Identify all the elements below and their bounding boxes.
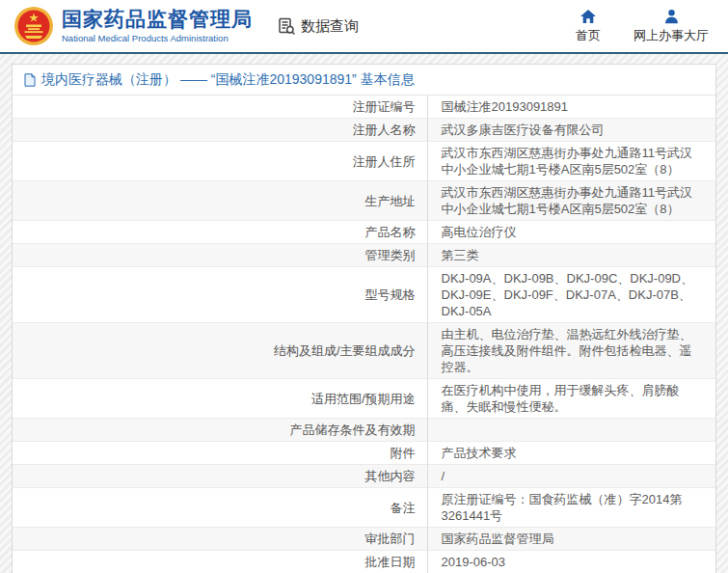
row-value-text: 原注册证编号：国食药监械（准）字2014第3261441号 <box>442 492 683 523</box>
row-label-text: 注册证编号 <box>353 99 416 114</box>
row-label-text: 型号规格 <box>365 287 416 302</box>
table-row: 注册人名称武汉多康吉医疗设备有限公司 <box>13 119 715 142</box>
row-label-text: 注册人名称 <box>353 123 416 137</box>
info-table: 注册证编号国械注准20193091891注册人名称武汉多康吉医疗设备有限公司注册… <box>13 96 715 573</box>
row-label: 产品名称 <box>13 221 427 244</box>
table-row: 产品名称高电位治疗仪 <box>13 221 715 244</box>
row-label-text: 管理类别 <box>365 248 416 262</box>
row-label-text: 产品储存条件及有效期 <box>290 423 416 437</box>
table-row: 结构及组成/主要组成成分由主机、电位治疗垫、温热远红外线治疗垫、高压连接线及附件… <box>13 323 715 379</box>
row-value-text: 武汉市东西湖区慈惠街办事处九通路11号武汉中小企业城七期1号楼A区南5层502室… <box>442 185 693 216</box>
row-label-text: 批准日期 <box>365 555 416 569</box>
row-value: 第三类 <box>427 244 715 267</box>
row-label-text: 注册人住所 <box>353 154 416 169</box>
row-label-text: 附件 <box>391 446 416 460</box>
brand-subtitle: National Medical Products Administration <box>62 34 253 44</box>
row-value-text: 武汉市东西湖区慈惠街办事处九通路11号武汉中小企业城七期1号楼A区南5层502室… <box>442 146 693 177</box>
row-value: 武汉多康吉医疗设备有限公司 <box>427 119 715 142</box>
row-label: 结构及组成/主要组成成分 <box>13 323 427 379</box>
table-row: 审批部门国家药品监督管理局 <box>13 528 715 551</box>
brand: 国家药品监督管理局 National Medical Products Admi… <box>13 6 253 46</box>
detail-card: 境内医疗器械（注册） —— “国械注准20193091891” 基本信息 注册证… <box>12 64 716 573</box>
table-row: 其他内容/ <box>13 465 715 488</box>
row-value-text: DKJ-09A、DKJ-09B、DKJ-09C、DKJ-09D、DKJ-09E、… <box>442 271 694 318</box>
row-label: 注册人住所 <box>13 142 427 181</box>
header-nav: 首页 网上办事大厅 <box>576 9 709 44</box>
table-row: 生产地址武汉市东西湖区慈惠街办事处九通路11号武汉中小企业城七期1号楼A区南5层… <box>13 181 715 221</box>
row-label-text: 其他内容 <box>365 469 416 483</box>
row-value: 2019-06-03 <box>427 551 715 573</box>
row-value: 武汉市东西湖区慈惠街办事处九通路11号武汉中小企业城七期1号楼A区南5层502室… <box>427 181 715 221</box>
row-label-text: 生产地址 <box>365 194 416 208</box>
row-label: 注册人名称 <box>13 119 427 142</box>
row-label: 批准日期 <box>13 551 427 573</box>
table-row: 型号规格DKJ-09A、DKJ-09B、DKJ-09C、DKJ-09D、DKJ-… <box>13 267 715 323</box>
row-label: 生产地址 <box>13 181 427 221</box>
row-value: 国械注准20193091891 <box>427 96 715 119</box>
user-icon <box>663 9 680 24</box>
national-emblem-icon <box>13 6 54 46</box>
row-label: 产品储存条件及有效期 <box>13 419 427 442</box>
row-value-text: 国家药品监督管理局 <box>442 532 554 546</box>
page-title-bar: 境内医疗器械（注册） —— “国械注准20193091891” 基本信息 <box>13 65 715 96</box>
row-value: 产品技术要求 <box>427 442 715 465</box>
row-value-text: 高电位治疗仪 <box>442 225 517 239</box>
page-title: 境内医疗器械（注册） —— “国械注准20193091891” 基本信息 <box>41 71 415 89</box>
table-row: 适用范围/预期用途在医疗机构中使用，用于缓解头疼、肩膀酸痛、失眠和慢性便秘。 <box>13 379 715 419</box>
data-query-button[interactable]: 数据查询 <box>278 17 359 36</box>
row-value-text: 产品技术要求 <box>442 446 517 460</box>
row-label-text: 审批部门 <box>365 532 416 546</box>
row-label: 管理类别 <box>13 244 427 267</box>
nav-item-home[interactable]: 首页 <box>576 9 601 44</box>
row-value: 高电位治疗仪 <box>427 221 715 244</box>
row-label: 附件 <box>13 442 427 465</box>
row-label-text: 结构及组成/主要组成成分 <box>274 343 416 358</box>
row-value-text: 第三类 <box>442 248 479 262</box>
row-value: 原注册证编号：国食药监械（准）字2014第3261441号 <box>427 488 715 528</box>
row-label: 注册证编号 <box>13 96 427 119</box>
table-row: 注册证编号国械注准20193091891 <box>13 96 715 119</box>
home-icon <box>580 9 597 24</box>
row-label: 型号规格 <box>13 267 427 323</box>
brand-title: 国家药品监督管理局 <box>62 8 253 31</box>
row-value <box>427 419 715 442</box>
top-header: 国家药品监督管理局 National Medical Products Admi… <box>0 0 728 54</box>
document-search-icon <box>278 17 296 36</box>
nav-item-label: 首页 <box>576 27 601 44</box>
table-row: 备注原注册证编号：国食药监械（准）字2014第3261441号 <box>13 488 715 528</box>
row-label-text: 适用范围/预期用途 <box>311 392 416 406</box>
info-table-body: 注册证编号国械注准20193091891注册人名称武汉多康吉医疗设备有限公司注册… <box>13 96 715 573</box>
row-value-text: / <box>442 469 445 483</box>
row-value: 由主机、电位治疗垫、温热远红外线治疗垫、高压连接线及附件组件。附件包括检电器、遥… <box>427 323 715 379</box>
row-value: 国家药品监督管理局 <box>427 528 715 551</box>
row-value-text: 在医疗机构中使用，用于缓解头疼、肩膀酸痛、失眠和慢性便秘。 <box>442 383 680 414</box>
row-value-text: 武汉多康吉医疗设备有限公司 <box>442 123 605 137</box>
table-row: 注册人住所武汉市东西湖区慈惠街办事处九通路11号武汉中小企业城七期1号楼A区南5… <box>13 142 715 181</box>
row-value: 武汉市东西湖区慈惠街办事处九通路11号武汉中小企业城七期1号楼A区南5层502室… <box>427 142 715 181</box>
row-value: 在医疗机构中使用，用于缓解头疼、肩膀酸痛、失眠和慢性便秘。 <box>427 379 715 419</box>
row-value-text: 2019-06-03 <box>442 555 506 569</box>
row-label: 备注 <box>13 488 427 528</box>
row-label: 适用范围/预期用途 <box>13 379 427 419</box>
data-query-label: 数据查询 <box>301 17 359 36</box>
table-row: 产品储存条件及有效期 <box>13 419 715 442</box>
row-label: 审批部门 <box>13 528 427 551</box>
row-label-text: 产品名称 <box>365 225 416 239</box>
table-row: 管理类别第三类 <box>13 244 715 267</box>
table-row: 附件产品技术要求 <box>13 442 715 465</box>
row-label: 其他内容 <box>13 465 427 488</box>
nav-item-service-hall[interactable]: 网上办事大厅 <box>634 9 709 44</box>
row-value: DKJ-09A、DKJ-09B、DKJ-09C、DKJ-09D、DKJ-09E、… <box>427 267 715 323</box>
nav-item-label: 网上办事大厅 <box>634 27 709 44</box>
row-value-text: 由主机、电位治疗垫、温热远红外线治疗垫、高压连接线及附件组件。附件包括检电器、遥… <box>442 327 692 374</box>
document-icon <box>24 73 36 87</box>
row-label-text: 备注 <box>391 501 416 515</box>
row-value-text: 国械注准20193091891 <box>442 99 569 114</box>
table-row: 批准日期2019-06-03 <box>13 551 715 573</box>
row-value: / <box>427 465 715 488</box>
